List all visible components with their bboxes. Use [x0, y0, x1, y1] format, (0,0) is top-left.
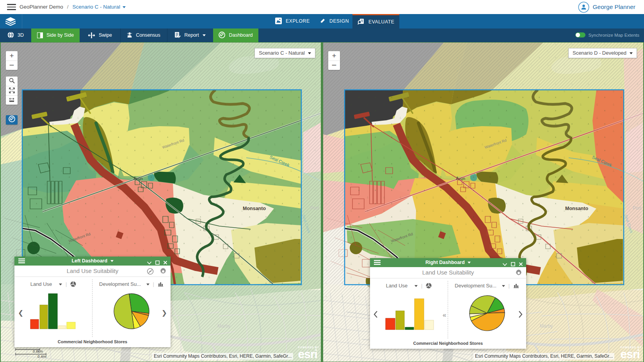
- svg-text:0.4mi: 0.4mi: [37, 354, 46, 358]
- svg-text:0.8km: 0.8km: [33, 349, 43, 353]
